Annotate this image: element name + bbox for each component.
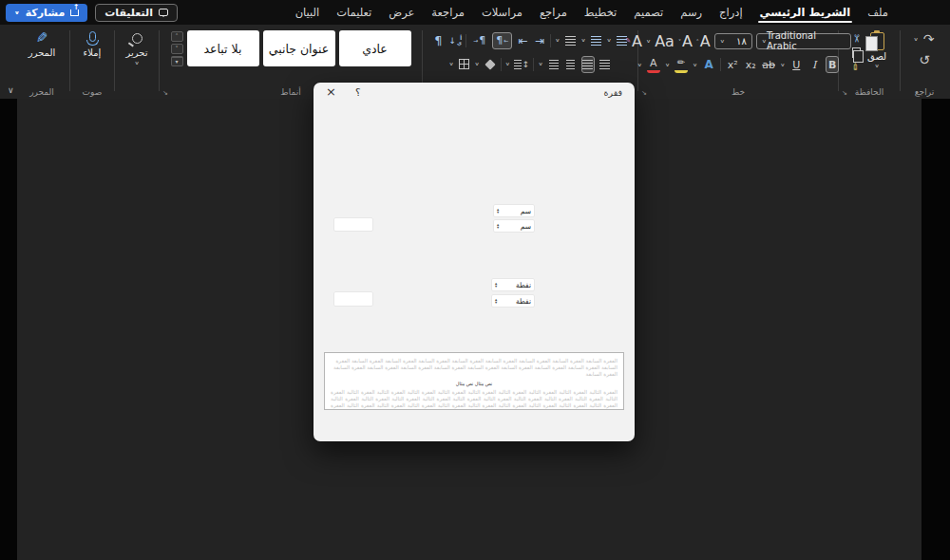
style-side-title[interactable]: عنوان جانبي — [263, 30, 335, 66]
ltr-direction-button[interactable]: ¶→ — [470, 32, 488, 49]
dictate-button[interactable]: إملاء — [84, 28, 102, 58]
small-separator — [720, 58, 721, 71]
indent-after-spinner[interactable]: سم ▴▾ — [494, 220, 534, 232]
spacing-before-unit: نقطة — [497, 281, 531, 289]
align-center-button[interactable] — [564, 56, 578, 73]
copy-icon[interactable] — [852, 47, 861, 58]
align-left-button[interactable] — [547, 56, 560, 73]
highlight-chevron-icon[interactable]: ∨ — [665, 62, 670, 66]
borders-chevron-icon[interactable]: ∨ — [448, 62, 453, 66]
tab-layout[interactable]: تخطيط — [576, 0, 625, 25]
spacing-after-unit: نقطة — [497, 297, 531, 306]
spinner-arrows-icon[interactable]: ▴▾ — [497, 208, 499, 214]
spinner-arrows-icon[interactable]: ▴▾ — [497, 223, 499, 229]
spinner-arrows-icon[interactable]: ▴▾ — [495, 298, 497, 304]
bullets-chevron-icon[interactable]: ∨ — [607, 38, 612, 43]
alignment-chevron-icon[interactable]: ∨ — [538, 62, 542, 66]
borders-button[interactable] — [458, 56, 471, 73]
editing-group: تحرير ∨ — [115, 25, 159, 99]
collapse-ribbon-chevron-icon[interactable]: ∨ — [8, 85, 14, 95]
clipboard-dialog-launcher-icon[interactable]: ↘ — [842, 89, 847, 97]
tab-design[interactable]: تصميم — [625, 0, 672, 25]
shading-button[interactable] — [484, 56, 497, 73]
text-effects-button[interactable]: A — [702, 56, 715, 73]
editor-label: المحرر — [28, 47, 55, 58]
rtl-direction-button[interactable]: ←¶ — [492, 32, 512, 49]
change-case-chevron-icon[interactable]: ∨ — [646, 38, 651, 43]
comments-label: التعليقات — [104, 7, 153, 19]
tab-file[interactable]: ملف — [859, 0, 897, 25]
shrink-font-button[interactable]: A˅ — [678, 32, 693, 49]
dialog-help-button[interactable]: ؟ — [355, 86, 361, 98]
tab-home[interactable]: الشريط الرئيسي — [751, 0, 860, 25]
sort-button[interactable]: أي↓ — [448, 32, 462, 49]
spacing-after-spinner[interactable]: نقطة ▴▾ — [492, 295, 534, 307]
cut-icon[interactable]: ✂ — [851, 34, 862, 43]
format-painter-icon[interactable]: ✏ — [851, 63, 861, 70]
tab-data[interactable]: البيان — [287, 0, 329, 25]
spinner-arrows-icon[interactable]: ▴▾ — [495, 282, 497, 288]
underline-button[interactable]: U — [789, 56, 803, 73]
font-name-combobox[interactable]: Traditional Arabic ∨ — [756, 33, 851, 49]
editing-button[interactable]: تحرير ∨ — [125, 28, 147, 66]
tab-references[interactable]: مراجع — [531, 0, 576, 25]
highlight-color-button[interactable]: ✏ — [674, 56, 688, 73]
indent-before-spinner[interactable]: سم ▴▾ — [494, 205, 534, 216]
align-justify-button[interactable] — [598, 56, 612, 73]
tab-insert[interactable]: إدراج — [711, 0, 751, 25]
style-no-spacing[interactable]: بلا تباعد — [187, 30, 259, 66]
styles-scroll-down-button[interactable]: ˅ — [171, 44, 183, 54]
tab-review[interactable]: مراجعة — [423, 0, 473, 25]
font-size-combobox[interactable]: ١٨ ∨ — [714, 33, 752, 49]
text-effects-chevron-icon[interactable]: ∨ — [693, 62, 697, 66]
redo-chevron-icon[interactable]: ∨ — [913, 36, 918, 41]
numbering-chevron-icon[interactable]: ∨ — [580, 38, 585, 43]
multilevel-list-button[interactable] — [563, 32, 577, 49]
paste-button[interactable]: لصق ∨ — [867, 29, 886, 71]
line-spacing-button[interactable]: ↕ — [514, 56, 530, 73]
underline-chevron-icon[interactable]: ∨ — [780, 62, 785, 66]
bold-button[interactable]: B — [826, 56, 839, 73]
redo-button[interactable]: ↷ — [922, 30, 936, 47]
styles-expand-button[interactable]: ▾ — [171, 56, 183, 66]
increase-indent-button[interactable]: ⇤ — [516, 32, 529, 49]
grow-font-button[interactable]: A˄ — [696, 32, 711, 49]
decrease-indent-button[interactable]: ⇥ — [533, 32, 546, 49]
small-separator — [550, 34, 551, 47]
paste-chevron-icon: ∨ — [875, 64, 880, 68]
italic-button[interactable]: I — [808, 56, 821, 73]
shading-chevron-icon[interactable]: ∨ — [475, 62, 480, 66]
dialog-close-icon[interactable]: × — [326, 84, 336, 99]
share-button[interactable]: مشاركة ∨ — [6, 4, 87, 22]
change-case-button[interactable]: Aa — [655, 32, 674, 49]
share-label: مشاركة — [26, 7, 66, 19]
editor-button[interactable]: ✎ المحرر — [28, 28, 55, 58]
styles-dialog-launcher-icon[interactable]: ↘ — [162, 89, 168, 97]
align-right-button[interactable] — [581, 56, 595, 73]
strikethrough-button[interactable]: ab — [762, 56, 775, 73]
spacing-before-spinner[interactable]: نقطة ▴▾ — [492, 279, 534, 290]
numbering-button[interactable] — [590, 32, 603, 49]
styles-scroll-up-button[interactable]: ˄ — [171, 31, 183, 42]
paragraph-marks-button[interactable]: ¶ — [431, 32, 445, 49]
font-color-chevron-icon[interactable]: ∨ — [637, 62, 642, 66]
multilevel-chevron-icon[interactable]: ∨ — [555, 38, 560, 43]
style-normal[interactable]: عادي — [339, 30, 411, 66]
share-icon — [70, 9, 79, 16]
undo-button[interactable]: ↺ — [918, 51, 931, 68]
superscript-button[interactable]: x² — [726, 56, 739, 73]
line-spacing-dropdown[interactable] — [334, 292, 372, 306]
bullets-button[interactable] — [616, 32, 629, 49]
font-color-button[interactable]: A — [647, 56, 660, 73]
paragraph-dialog: فقرة ؟ × سم ▴▾ سم ▴▾ نقطة ▴▾ نقطة ▴▾ الف… — [314, 83, 635, 441]
tab-draw[interactable]: رسم — [672, 0, 711, 25]
voice-group: إملاء صوت — [70, 25, 114, 99]
tab-mailings[interactable]: مراسلات — [473, 0, 531, 25]
tab-help[interactable]: تعليمات — [328, 0, 380, 25]
comments-button[interactable]: التعليقات — [95, 4, 178, 22]
tab-view[interactable]: عرض — [380, 0, 423, 25]
special-indent-dropdown[interactable] — [334, 218, 372, 231]
line-spacing-chevron-icon[interactable]: ∨ — [505, 62, 510, 66]
font-dialog-launcher-icon[interactable]: ↘ — [641, 89, 647, 97]
subscript-button[interactable]: x₂ — [744, 56, 757, 73]
